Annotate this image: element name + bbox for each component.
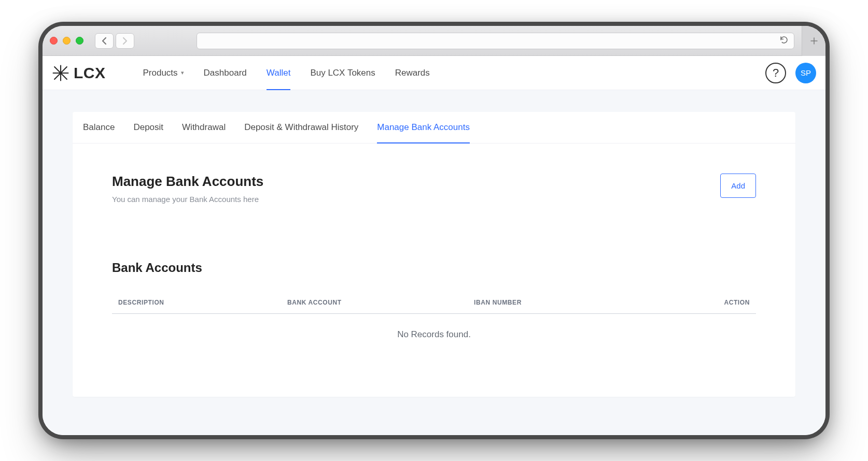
nav-rewards[interactable]: Rewards: [395, 56, 430, 90]
tab-balance[interactable]: Balance: [83, 112, 115, 143]
nav-products-label: Products: [143, 68, 178, 78]
nav-dashboard-label: Dashboard: [204, 68, 247, 78]
app-viewport: LCX Products ▾ Dashboard Wallet Buy LCX …: [43, 56, 825, 435]
reload-button[interactable]: [779, 35, 789, 47]
device-frame: LCX Products ▾ Dashboard Wallet Buy LCX …: [43, 26, 825, 435]
topnav-right: ? SP: [765, 63, 816, 83]
content: Balance Deposit Withdrawal Deposit & Wit…: [43, 90, 825, 435]
lcx-logo-icon: [52, 64, 69, 82]
chevron-right-icon: [122, 37, 128, 45]
col-action: ACTION: [688, 299, 750, 306]
section-heading-block: Manage Bank Accounts You can manage your…: [112, 174, 263, 204]
brand-text: LCX: [74, 64, 106, 82]
back-button[interactable]: [95, 33, 114, 49]
address-bar[interactable]: [197, 33, 794, 49]
tab-deposit[interactable]: Deposit: [133, 112, 163, 143]
question-icon: ?: [773, 66, 779, 80]
wallet-card: Balance Deposit Withdrawal Deposit & Wit…: [73, 112, 795, 397]
col-description: DESCRIPTION: [118, 299, 287, 306]
maximize-window-button[interactable]: [76, 37, 83, 45]
plus-icon: [809, 36, 819, 46]
chevron-down-icon: ▾: [181, 69, 184, 76]
table-header-row: DESCRIPTION BANK ACCOUNT IBAN NUMBER ACT…: [112, 299, 756, 314]
traffic-lights: [50, 37, 83, 45]
top-nav: LCX Products ▾ Dashboard Wallet Buy LCX …: [43, 56, 825, 90]
browser-nav-buttons: [95, 33, 134, 49]
table-empty-message: No Records found.: [112, 314, 756, 355]
nav-buy-tokens[interactable]: Buy LCX Tokens: [310, 56, 375, 90]
tab-history[interactable]: Deposit & Withdrawal History: [244, 112, 358, 143]
close-window-button[interactable]: [50, 37, 58, 45]
bank-accounts-table-block: Bank Accounts DESCRIPTION BANK ACCOUNT I…: [112, 261, 756, 355]
minimize-window-button[interactable]: [63, 37, 71, 45]
chevron-left-icon: [101, 37, 107, 45]
table-title: Bank Accounts: [112, 261, 756, 275]
col-iban: IBAN NUMBER: [474, 299, 688, 306]
wallet-subtabs: Balance Deposit Withdrawal Deposit & Wit…: [73, 112, 795, 143]
new-tab-button[interactable]: [802, 26, 825, 56]
browser-chrome: [43, 26, 825, 56]
brand-logo[interactable]: LCX: [52, 64, 106, 82]
nav-dashboard[interactable]: Dashboard: [204, 56, 247, 90]
nav-buy-tokens-label: Buy LCX Tokens: [310, 68, 375, 78]
avatar-initials: SP: [801, 68, 811, 77]
nav-wallet-label: Wallet: [267, 68, 291, 78]
col-bank-account: BANK ACCOUNT: [287, 299, 474, 306]
nav-rewards-label: Rewards: [395, 68, 430, 78]
page-subtitle: You can manage your Bank Accounts here: [112, 195, 263, 204]
section-header: Manage Bank Accounts You can manage your…: [112, 174, 756, 204]
page-title: Manage Bank Accounts: [112, 174, 263, 190]
nav-wallet[interactable]: Wallet: [267, 56, 291, 90]
tab-withdrawal[interactable]: Withdrawal: [182, 112, 226, 143]
manage-bank-section: Manage Bank Accounts You can manage your…: [73, 143, 795, 397]
help-button[interactable]: ?: [765, 63, 786, 83]
reload-icon: [779, 35, 789, 45]
forward-button[interactable]: [116, 33, 134, 49]
tab-manage-bank[interactable]: Manage Bank Accounts: [377, 112, 470, 143]
main-tabs: Products ▾ Dashboard Wallet Buy LCX Toke…: [143, 56, 430, 90]
add-bank-account-button[interactable]: Add: [720, 174, 756, 198]
nav-products[interactable]: Products ▾: [143, 56, 184, 90]
user-avatar[interactable]: SP: [795, 63, 816, 83]
